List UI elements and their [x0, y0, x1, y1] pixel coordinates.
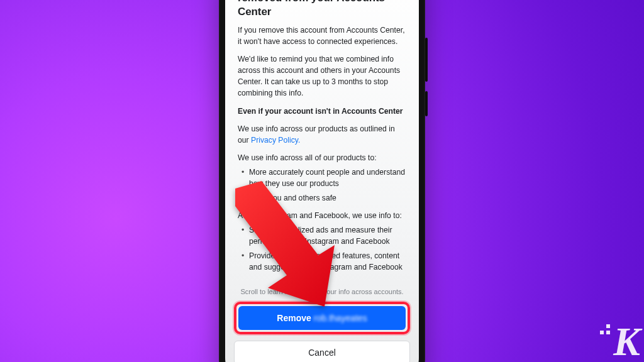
- watermark-letter: K: [613, 319, 639, 362]
- info-list: More accurately count people and underst…: [238, 167, 406, 204]
- dialog-paragraph: We use info across our products as outli…: [238, 123, 406, 146]
- dialog-paragraph: We'd like to remind you that we combined…: [238, 53, 406, 99]
- dialog-title: Your Facebook account will be removed fr…: [238, 0, 406, 18]
- cancel-button[interactable]: Cancel: [234, 341, 410, 362]
- dialog-actions: Remove rob.thayeates Cancel: [225, 302, 419, 362]
- watermark-dots-icon: [600, 324, 610, 334]
- info-list: Show personalized ads and measure their …: [238, 224, 406, 273]
- scroll-hint: Scroll to learn how we use your info acr…: [238, 287, 406, 297]
- list-item: Show personalized ads and measure their …: [242, 224, 406, 247]
- list-item: Keep you and others safe: [242, 192, 406, 204]
- phone-screen: Your Facebook account will be removed fr…: [225, 0, 419, 362]
- remove-label: Remove: [277, 313, 311, 323]
- list-item: More accurately count people and underst…: [242, 167, 406, 189]
- list-item: Provide more personalized features, cont…: [242, 250, 406, 273]
- remove-target-name: rob.thayeates: [314, 313, 367, 323]
- dialog-body: Your Facebook account will be removed fr…: [225, 0, 419, 297]
- brand-watermark: K: [613, 322, 639, 362]
- list-lead: We use info across all of our products t…: [238, 152, 406, 163]
- app-background: Your Facebook account will be removed fr…: [0, 0, 644, 362]
- annotation-highlight: Remove rob.thayeates: [234, 302, 410, 334]
- remove-account-button[interactable]: Remove rob.thayeates: [238, 306, 406, 330]
- dialog-paragraph: If you remove this account from Accounts…: [238, 25, 406, 47]
- dialog-subheading: Even if your account isn't in Accounts C…: [238, 106, 406, 117]
- phone-frame: Your Facebook account will be removed fr…: [219, 0, 425, 362]
- list-lead: Across Instagram and Facebook, we use in…: [238, 210, 406, 221]
- privacy-policy-link[interactable]: Privacy Policy.: [251, 136, 300, 145]
